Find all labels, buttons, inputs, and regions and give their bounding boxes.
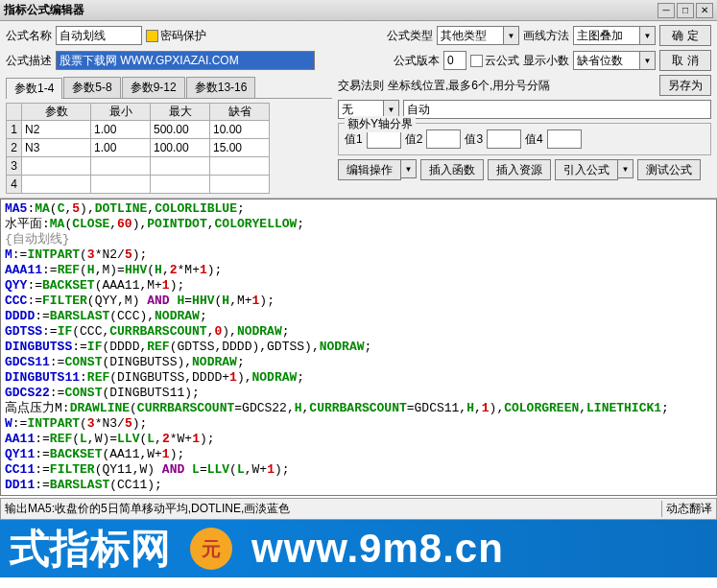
maximize-button[interactable]: □ bbox=[677, 3, 694, 18]
chevron-down-icon[interactable]: ▼ bbox=[618, 159, 633, 178]
param-max-input[interactable] bbox=[151, 157, 209, 175]
extra-y-fieldset: 额外Y轴分界 值1 值2 值3 值4 bbox=[338, 123, 711, 155]
draw-combo[interactable] bbox=[573, 26, 640, 45]
output-text: 输出MA5:收盘价的5日简单移动平均,DOTLINE,画淡蓝色 bbox=[5, 501, 661, 517]
chevron-down-icon[interactable]: ▼ bbox=[401, 159, 417, 178]
code-editor[interactable]: MA5:MA(C,5),DOTLINE,COLORLIBLUE;水平面:MA(C… bbox=[0, 199, 717, 496]
param-min-input[interactable] bbox=[91, 121, 150, 138]
type-combo[interactable] bbox=[437, 26, 504, 45]
pwd-checkbox[interactable]: 密码保护 bbox=[146, 28, 206, 44]
param-name-input[interactable] bbox=[22, 176, 90, 193]
name-input[interactable] bbox=[56, 26, 142, 45]
val3-input[interactable] bbox=[487, 129, 521, 149]
label-dec: 显示小数 bbox=[523, 53, 569, 69]
chevron-down-icon[interactable]: ▼ bbox=[640, 51, 656, 70]
desc-input[interactable] bbox=[56, 51, 315, 70]
tab-params-5-8[interactable]: 参数5-8 bbox=[63, 77, 120, 98]
cancel-button[interactable]: 取 消 bbox=[659, 50, 711, 71]
label-name: 公式名称 bbox=[6, 28, 52, 44]
minimize-button[interactable]: ─ bbox=[657, 3, 675, 18]
param-def-input[interactable] bbox=[210, 157, 269, 175]
val1-input[interactable] bbox=[367, 129, 401, 149]
table-row: 2 bbox=[7, 139, 270, 157]
chevron-down-icon[interactable]: ▼ bbox=[640, 26, 656, 45]
param-min-input[interactable] bbox=[91, 157, 150, 175]
edit-ops-button[interactable]: 编辑操作 bbox=[338, 159, 401, 180]
saveas-button[interactable]: 另存为 bbox=[659, 75, 711, 96]
label-rule: 交易法则 bbox=[338, 78, 384, 94]
chevron-down-icon[interactable]: ▼ bbox=[504, 26, 519, 45]
rule-hint: 坐标线位置,最多6个,用分号分隔 bbox=[388, 78, 656, 94]
param-def-input[interactable] bbox=[210, 139, 269, 156]
val4-input[interactable] bbox=[547, 129, 582, 149]
param-name-input[interactable] bbox=[22, 157, 90, 175]
titlebar: 指标公式编辑器 ─ □ ✕ bbox=[0, 0, 717, 21]
param-def-input[interactable] bbox=[210, 176, 269, 193]
param-max-input[interactable] bbox=[151, 121, 209, 138]
dec-combo[interactable] bbox=[573, 51, 640, 70]
coin-icon: 元 bbox=[190, 528, 232, 570]
tab-params-1-4[interactable]: 参数1-4 bbox=[6, 78, 62, 99]
ver-input[interactable] bbox=[443, 51, 466, 70]
label-desc: 公式描述 bbox=[6, 53, 52, 69]
param-def-input[interactable] bbox=[210, 121, 269, 138]
table-row: 3 bbox=[7, 157, 270, 176]
label-type: 公式类型 bbox=[387, 28, 433, 44]
test-button[interactable]: 测试公式 bbox=[637, 159, 701, 180]
rule-input[interactable] bbox=[403, 100, 711, 119]
output-bar: 输出MA5:收盘价的5日简单移动平均,DOTLINE,画淡蓝色 动态翻译 bbox=[0, 498, 717, 520]
param-min-input[interactable] bbox=[91, 139, 150, 156]
tab-params-9-12[interactable]: 参数9-12 bbox=[122, 77, 185, 98]
import-button[interactable]: 引入公式 bbox=[555, 159, 618, 180]
form-area: 公式名称 密码保护 公式类型 ▼ 画线方法 ▼ 确 定 公式描述 公式版本 云公… bbox=[0, 21, 717, 199]
watermark: 式指标网 元 www.9m8.cn bbox=[0, 520, 717, 577]
window-title: 指标公式编辑器 bbox=[4, 2, 657, 18]
param-table: 参数 最小 最大 缺省 1234 bbox=[6, 103, 332, 194]
param-max-input[interactable] bbox=[151, 139, 209, 156]
label-ver: 公式版本 bbox=[394, 53, 440, 69]
tab-params-13-16[interactable]: 参数13-16 bbox=[186, 77, 256, 98]
param-name-input[interactable] bbox=[22, 139, 90, 156]
table-row: 4 bbox=[7, 176, 270, 194]
param-tabs: 参数1-4 参数5-8 参数9-12 参数13-16 bbox=[6, 77, 332, 99]
cloud-checkbox[interactable]: 云公式 bbox=[470, 53, 519, 69]
val2-input[interactable] bbox=[426, 129, 461, 149]
param-name-input[interactable] bbox=[22, 121, 90, 138]
param-min-input[interactable] bbox=[91, 176, 150, 193]
dyn-translate[interactable]: 动态翻译 bbox=[661, 501, 712, 517]
ok-button[interactable]: 确 定 bbox=[659, 25, 711, 46]
insert-res-button[interactable]: 插入资源 bbox=[488, 159, 551, 180]
label-draw: 画线方法 bbox=[523, 28, 569, 44]
insert-fn-button[interactable]: 插入函数 bbox=[420, 159, 484, 180]
table-row: 1 bbox=[7, 121, 270, 139]
param-max-input[interactable] bbox=[151, 176, 209, 193]
close-button[interactable]: ✕ bbox=[696, 3, 713, 18]
